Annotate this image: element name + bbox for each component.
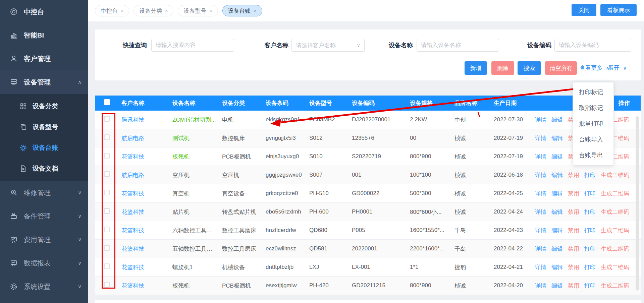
- customer-link[interactable]: 花篮科技: [116, 227, 167, 234]
- tab-设备分类[interactable]: 设备分类×: [133, 5, 173, 16]
- device-code-input[interactable]: [554, 39, 631, 52]
- customer-link[interactable]: 航启电路: [116, 171, 167, 179]
- op-生成二维码-link[interactable]: 生成二维码: [601, 263, 629, 271]
- op-打印-link[interactable]: 打印: [584, 263, 596, 271]
- device-name[interactable]: ZCMT铝材切割...: [167, 116, 216, 124]
- op-详情-link[interactable]: 详情: [535, 245, 546, 253]
- select-all-checkbox[interactable]: [104, 99, 110, 105]
- customer-link[interactable]: 腾讯科技: [116, 116, 167, 124]
- customer-link[interactable]: 花篮科技: [116, 208, 167, 216]
- op-禁用-link[interactable]: 禁用: [568, 245, 579, 253]
- op-编辑-link[interactable]: 编辑: [551, 116, 563, 124]
- sidebar-item-维修管理[interactable]: 维修管理∨: [0, 181, 88, 204]
- op-打印-link[interactable]: 打印: [584, 227, 596, 234]
- search-button[interactable]: 搜索: [518, 61, 541, 75]
- row-checkbox[interactable]: [104, 134, 110, 140]
- op-编辑-link[interactable]: 编辑: [551, 153, 563, 161]
- device-name-input[interactable]: [417, 39, 499, 52]
- customer-link[interactable]: 航启电路: [116, 134, 167, 142]
- sidebar-item-设备管理[interactable]: 设备管理∧: [0, 70, 88, 94]
- tab-中控台[interactable]: 中控台×: [95, 5, 129, 16]
- op-打印-link[interactable]: 打印: [584, 245, 596, 253]
- row-checkbox[interactable]: [104, 245, 110, 251]
- row-checkbox[interactable]: [104, 171, 110, 177]
- sidebar-item-费用管理[interactable]: 费用管理∨: [0, 228, 88, 251]
- op-详情-link[interactable]: 详情: [535, 153, 546, 161]
- op-编辑-link[interactable]: 编辑: [551, 190, 563, 197]
- view-more-link[interactable]: 查看更多 ∧: [580, 61, 609, 75]
- op-生成二维码-link[interactable]: 生成二维码: [601, 227, 629, 234]
- sidebar-item-智能BI[interactable]: 智能BI: [0, 23, 88, 47]
- op-编辑-link[interactable]: 编辑: [551, 263, 563, 271]
- op-禁用-link[interactable]: 禁用: [568, 208, 579, 216]
- op-禁用-link[interactable]: 禁用: [568, 190, 579, 197]
- op-详情-link[interactable]: 详情: [535, 134, 546, 142]
- sidebar-item-设备台账[interactable]: 设备台账: [0, 137, 88, 158]
- op-编辑-link[interactable]: 编辑: [551, 282, 563, 290]
- device-name[interactable]: 板翘机: [167, 153, 216, 161]
- op-禁用-link[interactable]: 禁用: [568, 171, 579, 179]
- customer-name-select[interactable]: 请选择客户名称 ∨: [291, 39, 365, 52]
- op-禁用-link[interactable]: 禁用: [568, 227, 579, 234]
- tab-设备台账[interactable]: 设备台账×: [222, 5, 262, 16]
- vertical-scrollbar[interactable]: [636, 116, 639, 291]
- add-button[interactable]: 新增: [465, 61, 487, 75]
- op-编辑-link[interactable]: 编辑: [551, 227, 563, 234]
- row-checkbox[interactable]: [104, 208, 110, 214]
- op-打印-link[interactable]: 打印: [584, 208, 596, 216]
- sidebar-item-备件管理[interactable]: 备件管理∨: [0, 204, 88, 228]
- customer-link[interactable]: 花篮科技: [116, 190, 167, 197]
- sidebar-item-设备文档[interactable]: 设备文档: [0, 158, 88, 179]
- menu-item-台账导出[interactable]: 台账导出: [573, 147, 613, 163]
- op-禁用-link[interactable]: 禁用: [568, 282, 579, 290]
- menu-item-打印标记[interactable]: 打印标记: [573, 84, 613, 100]
- op-编辑-link[interactable]: 编辑: [551, 134, 563, 142]
- op-禁用-link[interactable]: 禁用: [568, 263, 579, 271]
- sidebar-item-中控台[interactable]: 中控台: [0, 0, 88, 23]
- expand-link[interactable]: 展开 ∨: [608, 61, 627, 75]
- row-checkbox[interactable]: [104, 227, 110, 232]
- delete-button[interactable]: 删除: [491, 61, 514, 75]
- customer-link[interactable]: 花篮科技: [116, 245, 167, 253]
- sidebar-item-客户管理[interactable]: 客户管理: [0, 47, 88, 70]
- op-生成二维码-link[interactable]: 生成二维码: [601, 190, 629, 197]
- close-icon[interactable]: ×: [165, 8, 168, 13]
- kanban-display-button[interactable]: 看板展示: [600, 4, 637, 16]
- menu-item-取消标记[interactable]: 取消标记: [573, 100, 613, 116]
- close-icon[interactable]: ×: [254, 8, 257, 13]
- close-icon[interactable]: ×: [121, 8, 123, 13]
- op-生成二维码-link[interactable]: 生成二维码: [601, 171, 629, 179]
- tab-设备型号[interactable]: 设备型号×: [178, 5, 218, 16]
- op-详情-link[interactable]: 详情: [535, 116, 546, 124]
- sidebar-item-设备型号[interactable]: 设备型号: [0, 117, 88, 137]
- menu-item-台账导入[interactable]: 台账导入: [573, 132, 613, 147]
- close-button[interactable]: 关闭: [572, 4, 596, 16]
- op-生成二维码-link[interactable]: 生成二维码: [601, 282, 629, 290]
- row-checkbox[interactable]: [104, 190, 110, 195]
- op-打印-link[interactable]: 打印: [584, 171, 596, 179]
- customer-link[interactable]: 花篮科技: [116, 153, 167, 161]
- quick-search-input[interactable]: [151, 39, 234, 52]
- menu-item-批量打印[interactable]: 批量打印: [573, 116, 613, 132]
- clear-all-button[interactable]: 清空所有: [545, 61, 577, 75]
- sidebar-item-系统设置[interactable]: 系统设置∨: [0, 275, 88, 298]
- close-icon[interactable]: ×: [209, 8, 212, 13]
- op-详情-link[interactable]: 详情: [535, 227, 546, 234]
- op-详情-link[interactable]: 详情: [535, 171, 546, 179]
- customer-link[interactable]: 花篮科技: [116, 282, 167, 290]
- op-编辑-link[interactable]: 编辑: [551, 245, 563, 253]
- op-详情-link[interactable]: 详情: [535, 190, 546, 197]
- op-编辑-link[interactable]: 编辑: [551, 171, 563, 179]
- op-编辑-link[interactable]: 编辑: [551, 208, 563, 216]
- row-checkbox[interactable]: [104, 116, 110, 122]
- sidebar-item-设备分类[interactable]: 设备分类: [0, 96, 88, 117]
- row-checkbox[interactable]: [104, 263, 110, 269]
- device-name[interactable]: 测试机: [167, 134, 216, 142]
- sidebar-item-数据报表[interactable]: 数据报表∨: [0, 251, 88, 275]
- op-生成二维码-link[interactable]: 生成二维码: [601, 245, 629, 253]
- row-checkbox[interactable]: [104, 153, 110, 159]
- op-详情-link[interactable]: 详情: [535, 208, 546, 216]
- op-打印-link[interactable]: 打印: [584, 282, 596, 290]
- op-生成二维码-link[interactable]: 生成二维码: [601, 208, 629, 216]
- op-打印-link[interactable]: 打印: [584, 190, 596, 197]
